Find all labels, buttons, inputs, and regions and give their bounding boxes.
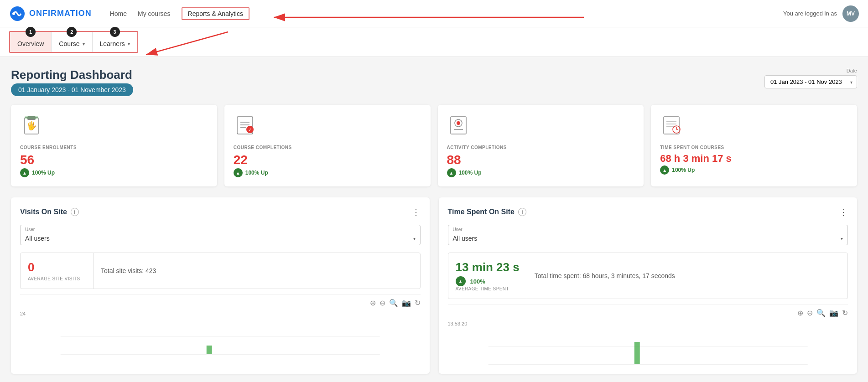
- visits-user-filter-value: All users: [25, 235, 50, 242]
- time-chart-toolbar: ⊕ ⊖ 🔍 📷 ↻: [448, 305, 848, 319]
- nav-home[interactable]: Home: [110, 8, 127, 19]
- time-chart-title: Time Spent On Site i: [448, 208, 526, 216]
- time-user-filter-value: All users: [453, 235, 478, 242]
- time-info-icon[interactable]: i: [518, 208, 526, 216]
- date-filter-select[interactable]: 01 Jan 2023 - 01 Nov 2023: [764, 75, 857, 88]
- svg-rect-16: [664, 117, 679, 134]
- tab-course[interactable]: 2 Course ▾: [52, 32, 92, 52]
- enrolments-trend: ▲ 100% Up: [20, 168, 208, 177]
- enrolments-trend-label: 100% Up: [32, 170, 55, 176]
- time-pct-value: 100%: [470, 278, 485, 285]
- trend-up-icon-4: ▲: [660, 165, 669, 175]
- time-total-text: Total time spent: 68 hours, 3 minutes, 1…: [535, 272, 675, 279]
- time-chart-area: [448, 328, 848, 365]
- svg-point-14: [457, 121, 460, 125]
- visits-user-filter-row: All users ▾: [25, 232, 416, 245]
- chevron-down-icon-5: ▾: [841, 236, 843, 241]
- logo-icon: [9, 5, 26, 22]
- time-avg-label: AVERAGE TIME SPENT: [456, 286, 520, 291]
- visits-chart-area: [20, 318, 421, 355]
- download-icon-2[interactable]: 📷: [829, 309, 838, 317]
- logged-in-text: You are logged in as: [783, 10, 837, 17]
- chevron-down-icon: ▾: [83, 41, 85, 46]
- enrolments-value: 56: [20, 153, 208, 167]
- tab-learners[interactable]: 3 Learners ▾: [93, 32, 137, 52]
- time-icon: [660, 114, 848, 139]
- visits-axis-label: 24: [20, 309, 421, 318]
- header-right: You are logged in as MV: [783, 5, 859, 22]
- visits-avg-label: AVERAGE SITE VISITS: [28, 276, 86, 281]
- date-filter-section: Date 01 Jan 2023 - 01 Nov 2023 ▾: [764, 68, 857, 88]
- stat-card-activity: ACTIVITY COMPLETIONS 88 ▲ 100% Up: [438, 105, 644, 186]
- chevron-down-icon-2: ▾: [128, 41, 130, 46]
- activity-trend: ▲ 100% Up: [447, 168, 635, 177]
- time-user-filter[interactable]: User All users ▾: [448, 225, 848, 245]
- enrolments-icon: 🖐: [20, 114, 208, 139]
- date-filter-label: Date: [847, 68, 857, 73]
- logo: ONFIRMATION: [9, 5, 92, 22]
- download-icon[interactable]: 📷: [402, 299, 411, 307]
- refresh-icon-2[interactable]: ↻: [842, 309, 848, 317]
- stat-card-enrolments: 🖐 COURSE ENROLMENTS 56 ▲ 100% Up: [11, 105, 217, 186]
- zoom-out-icon-2[interactable]: ⊖: [807, 309, 813, 317]
- completions-value: 22: [234, 153, 421, 167]
- visits-user-filter-label: User: [25, 225, 416, 232]
- date-range-badge: 01 January 2023 - 01 November 2023: [11, 83, 133, 96]
- completions-label: COURSE COMPLETIONS: [234, 145, 421, 150]
- visits-avg-value: 0: [28, 260, 86, 274]
- time-user-filter-row: All users ▾: [453, 232, 843, 245]
- trend-up-icon: ▲: [20, 168, 29, 177]
- tab-badge-1: 1: [26, 27, 36, 37]
- tab-learners-label: Learners: [100, 40, 125, 47]
- time-total-section: Total time spent: 68 hours, 3 minutes, 1…: [527, 253, 847, 299]
- completions-trend-label: 100% Up: [245, 170, 268, 176]
- svg-rect-5: [25, 116, 38, 119]
- activity-label: ACTIVITY COMPLETIONS: [447, 145, 635, 150]
- svg-rect-28: [634, 342, 639, 364]
- time-trend-label: 100% Up: [672, 167, 695, 173]
- search-icon[interactable]: 🔍: [389, 299, 398, 307]
- visits-avg-section: 0 AVERAGE SITE VISITS: [21, 253, 94, 289]
- visits-chart-toolbar: ⊕ ⊖ 🔍 📷 ↻: [20, 294, 421, 309]
- completions-trend: ▲ 100% Up: [234, 168, 421, 177]
- nav-my-courses[interactable]: My courses: [138, 8, 171, 19]
- tab-course-label: Course: [59, 40, 79, 47]
- trend-up-icon-3: ▲: [447, 168, 456, 177]
- visits-total-text: Total site visits: 423: [101, 267, 156, 274]
- time-label: TIME SPENT ON COURSES: [660, 145, 848, 150]
- svg-rect-25: [207, 346, 212, 354]
- dashboard-header: Reporting Dashboard 01 January 2023 - 01…: [11, 68, 857, 94]
- time-value: 68 h 3 min 17 s: [660, 153, 848, 165]
- svg-text:✓: ✓: [248, 127, 252, 132]
- avatar[interactable]: MV: [842, 5, 859, 22]
- time-stats-row: 13 min 23 s ▲ 100% AVERAGE TIME SPENT To…: [448, 253, 848, 299]
- refresh-icon[interactable]: ↻: [415, 299, 421, 307]
- activity-value: 88: [447, 153, 635, 167]
- visits-chart-title: Visits On Site i: [20, 208, 79, 216]
- tab-badge-2: 2: [67, 27, 77, 37]
- stat-cards: 🖐 COURSE ENROLMENTS 56 ▲ 100% Up ✓: [11, 105, 857, 186]
- visits-more-icon[interactable]: ⋮: [411, 206, 421, 217]
- time-more-icon[interactable]: ⋮: [839, 206, 848, 217]
- page-title: Reporting Dashboard: [11, 68, 133, 82]
- zoom-in-icon-2[interactable]: ⊕: [797, 309, 803, 317]
- visits-stats-row: 0 AVERAGE SITE VISITS Total site visits:…: [20, 253, 421, 289]
- visits-info-icon[interactable]: i: [71, 208, 79, 216]
- search-icon-2[interactable]: 🔍: [816, 309, 826, 317]
- activity-trend-label: 100% Up: [459, 170, 482, 176]
- time-trend-row: ▲ 100%: [456, 276, 520, 286]
- zoom-out-icon[interactable]: ⊖: [379, 299, 385, 307]
- time-avg-section: 13 min 23 s ▲ 100% AVERAGE TIME SPENT: [448, 253, 527, 299]
- time-axis-label: 13:53:20: [448, 319, 848, 328]
- chevron-down-icon-4: ▾: [413, 236, 416, 241]
- svg-text:🖐: 🖐: [26, 121, 37, 131]
- zoom-in-icon[interactable]: ⊕: [370, 299, 376, 307]
- visits-user-filter[interactable]: User All users ▾: [20, 225, 421, 245]
- tab-badge-3: 3: [110, 27, 120, 37]
- dashboard-title-section: Reporting Dashboard 01 January 2023 - 01…: [11, 68, 133, 94]
- nav-reports[interactable]: Reports & Analytics: [182, 7, 249, 20]
- tab-overview[interactable]: 1 Overview: [10, 32, 52, 52]
- charts-grid: Visits On Site i ⋮ User All users ▾ 0 AV…: [11, 197, 857, 374]
- visits-chart-header: Visits On Site i ⋮: [20, 206, 421, 217]
- svg-point-1: [12, 12, 15, 15]
